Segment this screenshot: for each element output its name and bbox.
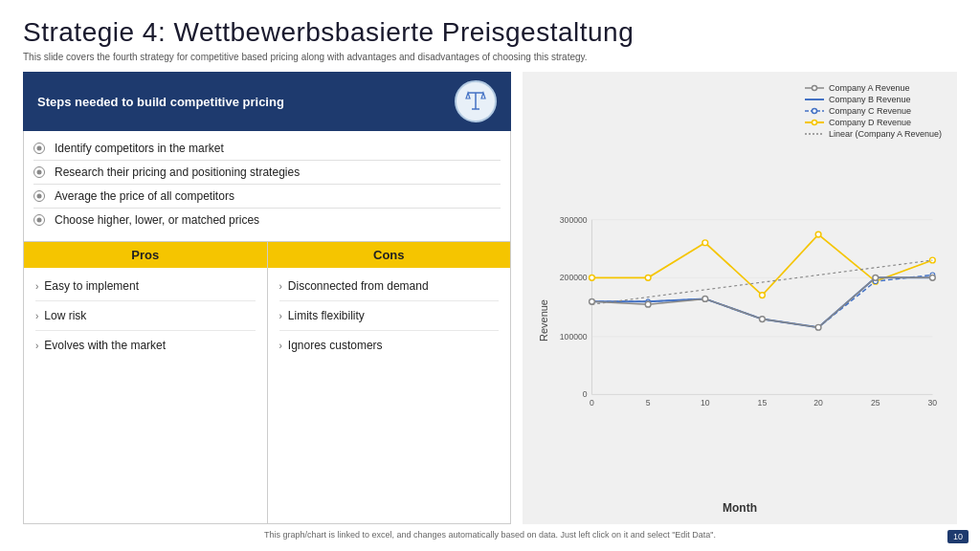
footer-note: This graph/chart is linked to excel, and… xyxy=(23,530,957,540)
chart-inner: 0 100000 200000 300000 0 5 10 15 20 25 3 xyxy=(555,143,942,499)
step-item-2: Research their pricing and positioning s… xyxy=(33,161,501,185)
pros-cons-table: Pros › Easy to implement › Low risk › Ev xyxy=(23,242,511,524)
svg-text:200000: 200000 xyxy=(560,273,588,282)
steps-header-text: Steps needed to build competitive pricin… xyxy=(37,95,445,109)
svg-point-32 xyxy=(815,231,821,237)
svg-text:10: 10 xyxy=(701,398,710,408)
svg-text:15: 15 xyxy=(758,398,768,408)
chart-panel: Company A Revenue Company B Revenue Comp… xyxy=(523,72,957,524)
slide-subtitle: This slide covers the fourth strategy fo… xyxy=(23,52,957,62)
svg-point-46 xyxy=(815,324,821,330)
svg-point-29 xyxy=(645,275,651,280)
step-item-4: Choose higher, lower, or matched prices xyxy=(33,209,501,231)
svg-point-43 xyxy=(645,301,651,307)
legend-company-c: Company C Revenue xyxy=(805,106,911,116)
pro-item-2: › Low risk xyxy=(35,301,256,331)
pro-item-1: › Easy to implement xyxy=(35,272,256,301)
chevron-icon-5: › xyxy=(279,311,282,321)
con-item-3: › Ignores customers xyxy=(279,331,500,360)
step-item-1: Identify competitors in the market xyxy=(33,137,501,161)
slide-number: 10 xyxy=(947,530,969,543)
svg-point-28 xyxy=(590,275,595,280)
svg-point-48 xyxy=(929,275,935,280)
chart-legend: Company A Revenue Company B Revenue Comp… xyxy=(805,83,942,139)
chevron-icon-2: › xyxy=(35,311,38,321)
pros-column: Pros › Easy to implement › Low risk › Ev xyxy=(24,242,268,523)
svg-point-45 xyxy=(760,317,766,322)
cons-header: Cons xyxy=(268,242,511,268)
chevron-icon-4: › xyxy=(279,281,282,292)
step-circle-2 xyxy=(33,166,45,178)
step-circle-3 xyxy=(33,190,45,202)
svg-text:0: 0 xyxy=(583,389,588,399)
svg-text:100000: 100000 xyxy=(560,332,588,342)
balance-icon xyxy=(455,80,497,122)
svg-text:20: 20 xyxy=(813,398,823,408)
svg-text:5: 5 xyxy=(646,398,651,408)
svg-point-31 xyxy=(760,293,766,298)
steps-header: Steps needed to build competitive pricin… xyxy=(23,72,511,131)
slide-title: Strategie 4: Wettbewerbsbasierte Preisge… xyxy=(23,17,957,48)
cons-column: Cons › Disconnected from demand › Limits… xyxy=(268,242,511,523)
left-panel: Steps needed to build competitive pricin… xyxy=(23,72,511,524)
svg-point-34 xyxy=(929,257,935,263)
con-item-2: › Limits flexibility xyxy=(279,301,500,331)
steps-list: Identify competitors in the market Resea… xyxy=(23,131,511,242)
legend-company-b: Company B Revenue xyxy=(805,95,911,104)
svg-point-30 xyxy=(702,240,708,246)
legend-company-d: Company D Revenue xyxy=(805,118,911,127)
svg-point-42 xyxy=(590,298,595,304)
chart-svg: 0 100000 200000 300000 0 5 10 15 20 25 3 xyxy=(555,143,942,499)
legend-company-a: Company A Revenue xyxy=(805,83,910,93)
svg-point-9 xyxy=(812,121,816,125)
svg-text:0: 0 xyxy=(590,398,594,408)
x-axis-label: Month xyxy=(538,501,942,515)
chart-area: Revenue 0 100000 xyxy=(538,143,942,499)
pros-header: Pros xyxy=(24,242,267,268)
con-item-1: › Disconnected from demand xyxy=(279,272,500,301)
svg-point-4 xyxy=(812,86,816,91)
chevron-icon-1: › xyxy=(35,281,38,292)
chevron-icon-6: › xyxy=(279,341,282,351)
svg-point-47 xyxy=(873,275,879,280)
svg-point-7 xyxy=(812,109,816,114)
svg-point-44 xyxy=(702,297,708,302)
step-item-3: Average the price of all competitors xyxy=(33,185,501,209)
chevron-icon-3: › xyxy=(35,341,38,351)
step-circle-4 xyxy=(33,214,45,226)
svg-text:300000: 300000 xyxy=(560,215,588,225)
y-axis-label: Revenue xyxy=(538,299,555,342)
svg-text:30: 30 xyxy=(928,398,938,408)
step-circle-1 xyxy=(33,143,45,154)
svg-text:25: 25 xyxy=(871,398,880,408)
slide: Strategie 4: Wettbewerbsbasierte Preisge… xyxy=(0,0,980,551)
pro-item-3: › Evolves with the market xyxy=(35,331,256,360)
legend-linear: Linear (Company A Revenue) xyxy=(805,129,942,139)
